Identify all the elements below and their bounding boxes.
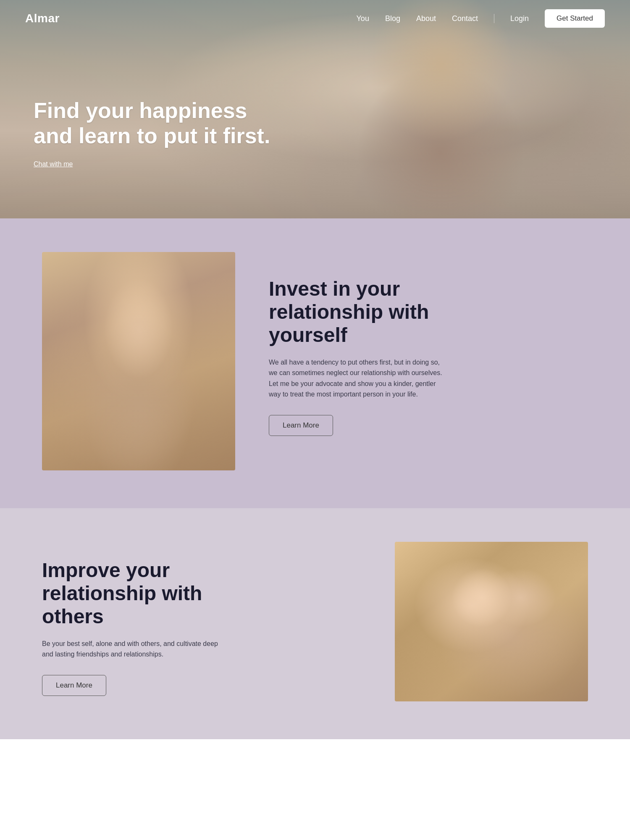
get-started-button[interactable]: Get Started bbox=[545, 9, 605, 28]
improve-section-text: Improve your relationship with others Be… bbox=[42, 542, 361, 696]
invest-section-text: Invest in your relationship with yoursel… bbox=[269, 252, 588, 436]
brand-logo[interactable]: Almar bbox=[25, 12, 60, 25]
improve-section: Improve your relationship with others Be… bbox=[0, 508, 630, 739]
invest-body: We all have a tendency to put others fir… bbox=[269, 357, 445, 400]
hero-title: Find your happiness and learn to put it … bbox=[34, 98, 270, 149]
invest-heading: Invest in your relationship with yoursel… bbox=[269, 277, 588, 347]
hero-content: Find your happiness and learn to put it … bbox=[34, 98, 270, 168]
improve-body: Be your best self, alone and with others… bbox=[42, 638, 218, 660]
nav-login[interactable]: Login bbox=[510, 14, 529, 23]
improve-section-row: Improve your relationship with others Be… bbox=[42, 542, 588, 701]
improve-learn-more-button[interactable]: Learn More bbox=[42, 675, 106, 696]
nav-link-contact[interactable]: Contact bbox=[452, 14, 478, 23]
invest-section-image bbox=[42, 252, 235, 470]
nav-links: You Blog About Contact Login Get Started bbox=[357, 9, 605, 28]
navbar: Almar You Blog About Contact Login Get S… bbox=[0, 0, 630, 37]
hero-chat-link[interactable]: Chat with me bbox=[34, 160, 73, 168]
invest-learn-more-button[interactable]: Learn More bbox=[269, 415, 333, 436]
nav-divider bbox=[494, 14, 494, 23]
improve-heading: Improve your relationship with others bbox=[42, 559, 361, 628]
invest-section-row: Invest in your relationship with yoursel… bbox=[42, 252, 588, 470]
nav-link-about[interactable]: About bbox=[416, 14, 436, 23]
nav-link-you[interactable]: You bbox=[357, 14, 369, 23]
improve-section-image bbox=[395, 542, 588, 701]
nav-link-blog[interactable]: Blog bbox=[385, 14, 400, 23]
invest-section: Invest in your relationship with yoursel… bbox=[0, 218, 630, 508]
